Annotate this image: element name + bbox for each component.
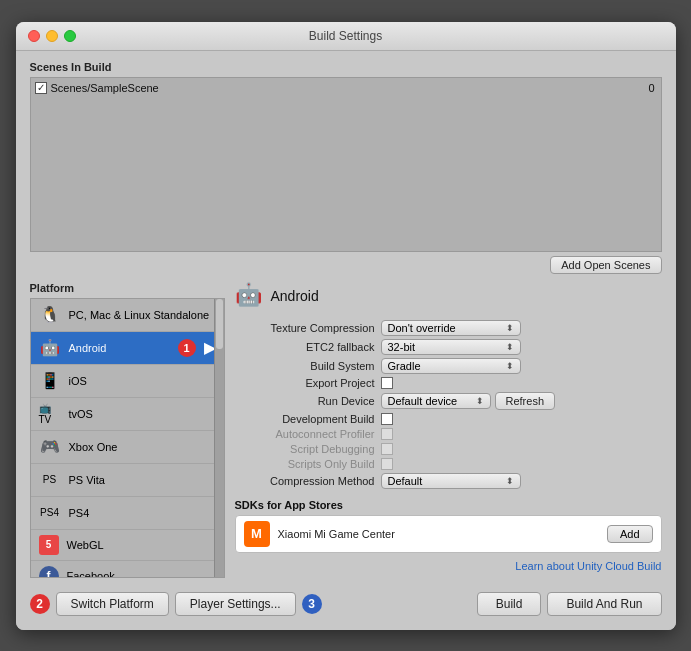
platform-list: 🐧 PC, Mac & Linux Standalone 🤖 Android 1… [30, 298, 225, 578]
bottom-right: Build Build And Run [477, 592, 662, 616]
texture-compression-select[interactable]: Don't override ⬍ [381, 320, 521, 336]
etc2-fallback-select[interactable]: 32-bit ⬍ [381, 339, 521, 355]
compression-method-label: Compression Method [235, 475, 375, 487]
platform-item-xbox[interactable]: 🎮 Xbox One [31, 431, 224, 464]
settings-grid: Texture Compression Don't override ⬍ ETC… [235, 320, 662, 489]
script-debugging-label: Script Debugging [235, 443, 375, 455]
scroll-thumb [216, 299, 223, 349]
platform-label: Platform [30, 282, 225, 294]
scripts-only-build-label: Scripts Only Build [235, 458, 375, 470]
texture-compression-label: Texture Compression [235, 322, 375, 334]
compression-method-select[interactable]: Default ⬍ [381, 473, 521, 489]
platform-name-ios: iOS [69, 375, 216, 387]
sdk-name: Xiaomi Mi Game Center [278, 528, 599, 540]
facebook-icon: f [39, 566, 59, 578]
xbox-icon: 🎮 [39, 436, 61, 458]
build-system-arrow: ⬍ [506, 361, 514, 371]
scene-item: ✓ Scenes/SampleScene [35, 82, 657, 94]
platform-item-tvos[interactable]: 📺TV tvOS [31, 398, 224, 431]
etc2-fallback-value: 32-bit [388, 341, 416, 353]
scene-name: Scenes/SampleScene [51, 82, 657, 94]
close-button[interactable] [28, 30, 40, 42]
platform-item-psvita[interactable]: PS PS Vita [31, 464, 224, 497]
cloud-build-link[interactable]: Learn about Unity Cloud Build [515, 560, 661, 572]
etc2-fallback-arrow: ⬍ [506, 342, 514, 352]
ps4-icon: PS4 [39, 502, 61, 524]
scrollbar[interactable] [214, 299, 224, 577]
android-header: 🤖 Android [235, 282, 662, 310]
texture-compression-arrow: ⬍ [506, 323, 514, 333]
android-icon: 🤖 [39, 337, 61, 359]
badge-3: 3 [302, 594, 322, 614]
platform-item-facebook[interactable]: f Facebook [31, 561, 224, 578]
add-open-scenes-button[interactable]: Add Open Scenes [550, 256, 661, 274]
autoconnect-profiler-label: Autoconnect Profiler [235, 428, 375, 440]
scenes-label: Scenes In Build [30, 61, 662, 73]
platform-item-pc[interactable]: 🐧 PC, Mac & Linux Standalone [31, 299, 224, 332]
scenes-section: Scenes In Build ✓ Scenes/SampleScene 0 A… [30, 61, 662, 274]
psvita-icon: PS [39, 469, 61, 491]
scene-number: 0 [648, 82, 654, 94]
active-badge: 1 [178, 339, 196, 357]
export-project-checkbox[interactable] [381, 377, 393, 389]
sdks-label: SDKs for App Stores [235, 499, 662, 511]
scenes-box: ✓ Scenes/SampleScene 0 [30, 77, 662, 252]
ios-icon: 📱 [39, 370, 61, 392]
platform-name-android: Android [69, 342, 170, 354]
pc-icon: 🐧 [39, 304, 61, 326]
badge-2: 2 [30, 594, 50, 614]
sdk-item: M Xiaomi Mi Game Center Add [235, 515, 662, 553]
player-settings-button[interactable]: Player Settings... [175, 592, 296, 616]
development-build-checkbox[interactable] [381, 413, 393, 425]
platform-section: Platform 🐧 PC, Mac & Linux Standalone 🤖 … [30, 282, 662, 578]
platform-item-webgl[interactable]: 5 WebGL [31, 530, 224, 561]
platform-list-container: Platform 🐧 PC, Mac & Linux Standalone 🤖 … [30, 282, 225, 578]
build-system-label: Build System [235, 360, 375, 372]
title-bar: Build Settings [16, 22, 676, 51]
scripts-only-build-checkbox [381, 458, 393, 470]
tvos-icon: 📺TV [39, 403, 61, 425]
platform-name-xbox: Xbox One [69, 441, 216, 453]
script-debugging-checkbox [381, 443, 393, 455]
scene-checkbox[interactable]: ✓ [35, 82, 47, 94]
run-device-value: Default device [388, 395, 458, 407]
webgl-icon: 5 [39, 535, 59, 555]
maximize-button[interactable] [64, 30, 76, 42]
platform-name-tvos: tvOS [69, 408, 216, 420]
android-panel-title: Android [271, 288, 319, 304]
texture-compression-value: Don't override [388, 322, 456, 334]
build-settings-window: Build Settings Scenes In Build ✓ Scenes/… [16, 22, 676, 630]
platform-name-webgl: WebGL [67, 539, 216, 551]
platform-item-android[interactable]: 🤖 Android 1 ▶ [31, 332, 224, 365]
compression-method-value: Default [388, 475, 423, 487]
build-system-value: Gradle [388, 360, 421, 372]
build-system-select[interactable]: Gradle ⬍ [381, 358, 521, 374]
development-build-label: Development Build [235, 413, 375, 425]
etc2-fallback-label: ETC2 fallback [235, 341, 375, 353]
run-device-label: Run Device [235, 395, 375, 407]
refresh-button[interactable]: Refresh [495, 392, 556, 410]
window-title: Build Settings [309, 29, 382, 43]
minimize-button[interactable] [46, 30, 58, 42]
build-button[interactable]: Build [477, 592, 542, 616]
cloud-build-link-container: Learn about Unity Cloud Build [235, 559, 662, 573]
bottom-bar: 2 Switch Platform Player Settings... 3 B… [30, 586, 662, 620]
platform-name-ps4: PS4 [69, 507, 216, 519]
autoconnect-profiler-checkbox [381, 428, 393, 440]
platform-item-ios[interactable]: 📱 iOS [31, 365, 224, 398]
switch-platform-button[interactable]: Switch Platform [56, 592, 169, 616]
sdk-add-button[interactable]: Add [607, 525, 653, 543]
platform-item-ps4[interactable]: PS4 PS4 [31, 497, 224, 530]
run-device-row: Default device ⬍ Refresh [381, 392, 662, 410]
android-logo-icon: 🤖 [235, 282, 263, 310]
bottom-left: 2 Switch Platform Player Settings... 3 [30, 592, 322, 616]
platform-name-psvita: PS Vita [69, 474, 216, 486]
traffic-lights [28, 30, 76, 42]
platform-name-pc: PC, Mac & Linux Standalone [69, 309, 216, 321]
run-device-arrow: ⬍ [476, 396, 484, 406]
build-and-run-button[interactable]: Build And Run [547, 592, 661, 616]
sdks-section: SDKs for App Stores M Xiaomi Mi Game Cen… [235, 499, 662, 553]
platform-name-facebook: Facebook [67, 570, 216, 578]
run-device-select[interactable]: Default device ⬍ [381, 393, 491, 409]
compression-method-arrow: ⬍ [506, 476, 514, 486]
